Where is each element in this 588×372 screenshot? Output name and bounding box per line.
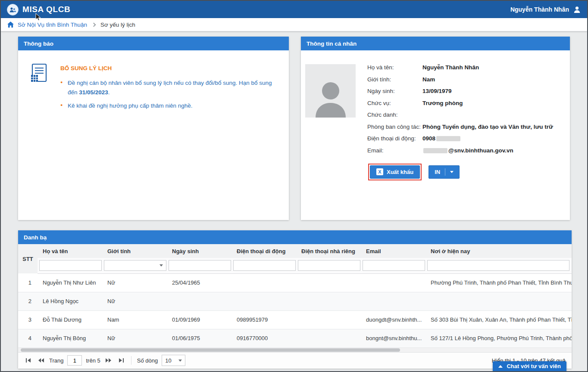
directory-panel-title: Danh bạ: [18, 230, 572, 244]
cell-homephone: [296, 329, 361, 347]
app-title: MISA QLCB: [22, 5, 70, 14]
directory-panel: Danh bạ STT Họ và tên Giới tính Ngày sin…: [18, 230, 572, 369]
filter-homephone-input[interactable]: [298, 260, 360, 271]
cell-address: Số 127/1 Lê Hồng Phong, Phường Phú Trinh…: [425, 329, 572, 347]
button-divider: [445, 168, 445, 176]
cell-stt: 2: [18, 292, 38, 310]
redacted-email: [423, 148, 447, 153]
field-value: Nam: [422, 76, 435, 84]
filter-gender-select[interactable]: [104, 260, 166, 271]
filter-mobile-input[interactable]: [233, 260, 296, 271]
field-row: Giới tính:Nam: [367, 76, 560, 84]
cell-name: Nguyễn Thị Bông: [38, 329, 102, 347]
user-name: Nguyễn Thành Nhân: [510, 6, 569, 13]
cell-dob: 01/06/1975: [167, 329, 231, 347]
print-button[interactable]: IN: [428, 165, 460, 179]
column-header-dob[interactable]: Ngày sinh: [167, 244, 231, 258]
avatar-person-icon: [312, 76, 349, 118]
excel-icon: X: [376, 168, 383, 175]
app-window: MISA QLCB Nguyễn Thành Nhân Sở Nội Vụ tỉ…: [0, 0, 588, 372]
field-row-email: Email:@snv.binhthuan.gov.vn: [367, 147, 560, 155]
cell-gender: Nữ: [102, 329, 167, 347]
notice-panel: Thông báo BỔ SUNG LÝ LỊCH: [18, 37, 289, 220]
user-menu[interactable]: Nguyễn Thành Nhân: [510, 6, 581, 13]
cell-mobile: [231, 292, 296, 310]
field-row-phone: Điện thoại di động:0908: [367, 135, 560, 143]
field-value: Phòng Tuyển dụng, đào tạo và Văn thư, lư…: [422, 124, 553, 131]
scrollbar-thumb[interactable]: [21, 348, 400, 352]
field-row: Họ và tên:Nguyễn Thành Nhân: [367, 64, 560, 72]
table-row[interactable]: 2 Lê Hồng Ngọc Nữ: [18, 292, 572, 310]
home-icon[interactable]: [7, 22, 14, 28]
column-header-stt[interactable]: STT: [18, 244, 38, 273]
total-pages-label: trên 5: [86, 357, 100, 364]
filter-email-input[interactable]: [363, 260, 425, 271]
cell-gender: Nam: [102, 310, 167, 329]
field-row: Chức danh:: [367, 112, 560, 119]
filter-name-input[interactable]: [39, 260, 102, 271]
directory-table: STT Họ và tên Giới tính Ngày sinh Điện t…: [18, 244, 572, 348]
table-row[interactable]: 3 Đỗ Thái Dương Nam 01/09/1969 098995197…: [18, 310, 572, 329]
notice-list: Đề nghị cán bộ nhân viên bổ sung lý lịch…: [60, 78, 274, 111]
column-header-address[interactable]: Nơi ở hiện nay: [425, 244, 572, 258]
caret-down-icon: [160, 264, 163, 267]
breadcrumb-root-link[interactable]: Sở Nội Vụ tỉnh Bình Thuận: [18, 22, 87, 28]
last-page-button[interactable]: [117, 356, 125, 365]
caret-down-icon[interactable]: [450, 171, 454, 173]
next-page-button[interactable]: [104, 356, 113, 365]
cell-name: Lê Hồng Ngọc: [38, 292, 102, 310]
profile-panel: Thông tin cá nhân Họ và tên:Nguyễn Thành…: [301, 37, 570, 220]
email-visible-domain: @snv.binhthuan.gov.vn: [448, 147, 513, 154]
cell-homephone: [296, 292, 361, 310]
page-number-input[interactable]: [67, 355, 82, 366]
filter-dob-input[interactable]: [169, 260, 231, 271]
field-row: Phòng ban công tác:Phòng Tuyển dụng, đào…: [367, 124, 560, 131]
cell-name: Nguyễn Thị Như Liên: [38, 273, 102, 292]
column-header-homephone[interactable]: Điện thoại nhà riêng: [296, 244, 361, 258]
chat-button[interactable]: Chat với tư vấn viên: [493, 361, 566, 371]
prev-page-button[interactable]: [37, 356, 45, 365]
notice-panel-title: Thông báo: [18, 37, 289, 50]
profile-panel-title: Thông tin cá nhân: [301, 37, 570, 50]
rows-per-page-select[interactable]: 10: [162, 355, 185, 366]
first-page-button[interactable]: [24, 356, 33, 365]
field-label: Chức vụ:: [367, 100, 422, 108]
main-content: Thông báo BỔ SUNG LÝ LỊCH: [1, 31, 587, 369]
column-header-name[interactable]: Họ và tên: [38, 244, 102, 258]
misa-logo-icon: [7, 4, 19, 16]
app-logo[interactable]: MISA QLCB: [7, 4, 70, 16]
cell-gender: Nữ: [102, 273, 167, 292]
field-value: 13/09/1979: [422, 88, 452, 96]
cell-stt: 4: [18, 329, 38, 347]
rows-per-page-label: Số dòng: [137, 357, 158, 364]
filter-address-input[interactable]: [427, 260, 569, 271]
export-button[interactable]: X Xuất khẩu: [370, 165, 420, 179]
column-header-email[interactable]: Email: [361, 244, 425, 258]
field-label: Điện thoại di động:: [367, 135, 422, 143]
notice-heading: BỔ SUNG LÝ LỊCH: [60, 65, 274, 71]
cell-homephone: [296, 273, 361, 292]
cell-address: Phường Phú Trinh, Thành phố Phan Thiết, …: [425, 273, 572, 292]
cell-gender: Nữ: [102, 292, 167, 310]
breadcrumb: Sở Nội Vụ tỉnh Bình Thuận Sơ yếu lý lịch: [1, 18, 587, 31]
table-row[interactable]: 1 Nguyễn Thị Như Liên Nữ 25/04/1965 Phườ…: [18, 273, 572, 292]
horizontal-scrollbar[interactable]: [18, 348, 572, 353]
pager-divider: [131, 356, 131, 365]
field-value: Nguyễn Thành Nhân: [422, 64, 479, 72]
field-label: Giới tính:: [367, 76, 422, 84]
avatar: [305, 64, 356, 118]
chat-arrow-icon: [498, 365, 503, 368]
field-row: Ngày sinh:13/09/1979: [367, 88, 560, 96]
column-header-mobile[interactable]: Điện thoại di động: [231, 244, 296, 258]
field-label: Ngày sinh:: [367, 88, 422, 96]
field-label: Chức danh:: [367, 112, 422, 119]
cell-email: duongdt@snv.binhth...: [361, 310, 425, 329]
field-label: Họ và tên:: [367, 64, 422, 72]
redacted-phone: [436, 136, 460, 141]
export-button-label: Xuất khẩu: [387, 169, 413, 175]
cell-email: bongnt@snv.binhthu...: [361, 329, 425, 347]
phone-visible-digits: 0908: [422, 135, 435, 142]
field-value-phone: 0908: [422, 135, 461, 143]
table-row[interactable]: 4 Nguyễn Thị Bông Nữ 01/06/1975 09167700…: [18, 329, 572, 347]
column-header-gender[interactable]: Giới tính: [102, 244, 167, 258]
